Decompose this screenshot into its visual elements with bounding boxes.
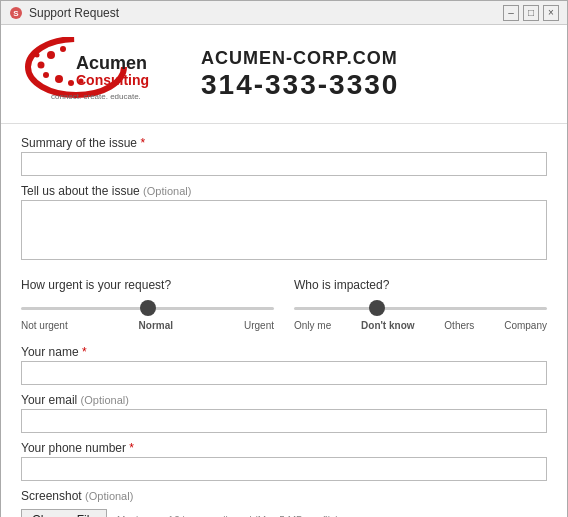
support-request-window: S Support Request – □ × [0,0,568,517]
svg-point-10 [35,53,40,58]
impact-track [294,307,547,310]
email-optional-marker: (Optional) [81,394,129,406]
contact-website: ACUMEN-CORP.COM [201,48,398,69]
support-icon: S [9,6,23,20]
svg-point-4 [60,46,66,52]
urgency-slider-group: How urgent is your request? Not urgent N… [21,278,274,331]
name-input[interactable] [21,361,547,385]
header: Acumen Consulting connect. create. educa… [1,25,567,124]
issue-optional-marker: (Optional) [143,185,191,197]
email-input[interactable] [21,409,547,433]
email-label: Your email (Optional) [21,393,547,407]
urgency-label: How urgent is your request? [21,278,274,292]
name-required-marker: * [82,345,87,359]
screenshot-field-group: Screenshot (Optional) Choose File Maximu… [21,489,547,517]
urgency-label-not-urgent: Not urgent [21,320,68,331]
summary-label: Summary of the issue * [21,136,547,150]
phone-required-marker: * [129,441,134,455]
summary-required-marker: * [140,136,145,150]
choose-file-button[interactable]: Choose File [21,509,107,517]
title-bar-left: S Support Request [9,6,119,20]
svg-point-6 [43,72,49,78]
form-body: Summary of the issue * Tell us about the… [1,124,567,517]
name-field-group: Your name * [21,345,547,385]
impact-label: Who is impacted? [294,278,547,292]
urgency-slider-labels: Not urgent Normal Urgent [21,320,274,331]
svg-text:connect. create. educate.: connect. create. educate. [51,92,141,101]
email-field-group: Your email (Optional) [21,393,547,433]
urgency-track [21,307,274,310]
impact-label-only-me: Only me [294,320,331,331]
logo-area: Acumen Consulting connect. create. educa… [21,37,181,111]
title-bar-controls: – □ × [503,5,559,21]
svg-point-5 [38,62,45,69]
impact-label-others: Others [444,320,474,331]
impact-slider-labels: Only me Don't know Others Company [294,320,547,331]
svg-point-8 [68,80,74,86]
minimize-button[interactable]: – [503,5,519,21]
name-label: Your name * [21,345,547,359]
title-bar: S Support Request – □ × [1,1,567,25]
summary-field-group: Summary of the issue * [21,136,547,176]
window-title: Support Request [29,6,119,20]
close-button[interactable]: × [543,5,559,21]
screenshot-optional-marker: (Optional) [85,490,133,502]
screenshot-label: Screenshot (Optional) [21,489,547,503]
phone-label: Your phone number * [21,441,547,455]
impact-label-dont-know: Don't know [361,320,414,331]
contact-area: ACUMEN-CORP.COM 314-333-3330 [201,48,399,101]
urgency-label-urgent: Urgent [244,320,274,331]
issue-textarea[interactable] [21,200,547,260]
sliders-row: How urgent is your request? Not urgent N… [21,278,547,331]
acumen-logo: Acumen Consulting connect. create. educa… [21,37,181,107]
svg-text:S: S [13,9,19,18]
issue-label: Tell us about the issue (Optional) [21,184,547,198]
impact-slider-group: Who is impacted? Only me Don't know Othe… [294,278,547,331]
choose-file-row: Choose File Maximum of 3 images allowed … [21,509,547,517]
impact-track-container [294,298,547,318]
svg-text:Acumen: Acumen [76,53,147,73]
svg-point-7 [55,75,63,83]
impact-label-company: Company [504,320,547,331]
summary-input[interactable] [21,152,547,176]
svg-text:Consulting: Consulting [76,72,149,88]
svg-point-3 [47,51,55,59]
urgency-label-normal: Normal [139,320,173,331]
maximize-button[interactable]: □ [523,5,539,21]
urgency-track-container [21,298,274,318]
impact-thumb[interactable] [369,300,385,316]
urgency-thumb[interactable] [140,300,156,316]
phone-field-group: Your phone number * [21,441,547,481]
phone-input[interactable] [21,457,547,481]
contact-phone: 314-333-3330 [201,69,399,101]
issue-field-group: Tell us about the issue (Optional) [21,184,547,264]
